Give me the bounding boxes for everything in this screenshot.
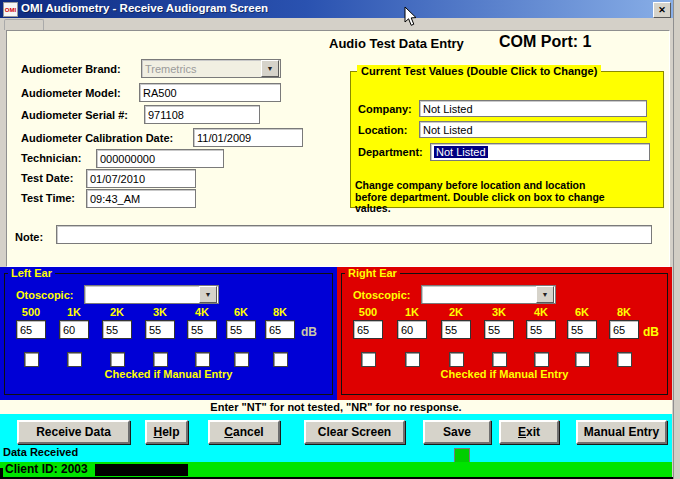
button-label: E [518, 425, 526, 439]
save-button[interactable]: Save [423, 420, 491, 444]
button-label: ancel [233, 425, 264, 439]
page-title: Audio Test Data Entry [329, 36, 464, 51]
change-order-hint: Change company before location and locat… [355, 180, 617, 215]
button-label: Clear Screen [318, 425, 391, 439]
right-db-input-2k[interactable]: 55 [441, 320, 471, 339]
audiometer-serial-input[interactable]: 971108 [144, 105, 260, 124]
data-received-label: Data Received [3, 446, 78, 458]
right-manual-checkbox-1k[interactable] [405, 352, 420, 367]
left-freq-label-3k: 3K [145, 306, 175, 318]
left-db-input-8k[interactable]: 65 [265, 320, 295, 339]
com-port-label: COM Port: 1 [499, 33, 591, 51]
note-input[interactable] [56, 225, 652, 244]
nt-nr-instruction: Enter "NT" for not tested, "NR" for no r… [0, 400, 672, 414]
app-icon[interactable]: OMI [3, 2, 18, 17]
close-button[interactable]: ✕ [653, 2, 671, 18]
help-button[interactable]: Help [145, 420, 188, 444]
button-label: Receive Data [36, 425, 111, 439]
left-freq-label-6k: 6K [226, 306, 256, 318]
window: OMI OMI Audiometry - Receive Audiogram S… [0, 0, 680, 479]
left-db-input-3k[interactable]: 55 [145, 320, 175, 339]
right-manual-checkbox-4k[interactable] [534, 352, 549, 367]
note-label: Note: [15, 231, 43, 243]
right-db-input-6k[interactable]: 55 [567, 320, 597, 339]
left-freq-label-500: 500 [16, 306, 46, 318]
left-otoscopic-select[interactable]: ▼ [84, 285, 219, 304]
left-freq-label-4k: 4K [187, 306, 217, 318]
clear-screen-button[interactable]: Clear Screen [304, 420, 405, 444]
chevron-down-icon[interactable]: ▼ [199, 286, 217, 303]
right-manual-checkbox-6k[interactable] [575, 352, 590, 367]
right-db-input-1k[interactable]: 60 [397, 320, 427, 339]
right-manual-checkbox-500[interactable] [361, 352, 376, 367]
audiometer-brand-value: Tremetrics [142, 63, 261, 75]
left-db-input-500[interactable]: 65 [16, 320, 46, 339]
exit-button[interactable]: Exit [499, 420, 559, 444]
test-time-label: Test Time: [21, 192, 75, 204]
right-otoscopic-select[interactable]: ▼ [421, 285, 556, 304]
window-title: OMI Audiometry - Receive Audiogram Scree… [21, 2, 268, 14]
left-freq-label-2k: 2K [102, 306, 132, 318]
left-otoscopic-label: Otoscopic: [16, 289, 73, 301]
left-db-input-1k[interactable]: 60 [59, 320, 89, 339]
close-icon: ✕ [658, 5, 666, 15]
right-manual-checkbox-3k[interactable] [492, 352, 507, 367]
calibration-date-label: Audiometer Calibration Date: [21, 132, 173, 144]
right-ear-panel: Right Ear Otoscopic: ▼ 50065 1K60 2K55 3… [337, 267, 672, 400]
right-db-input-3k[interactable]: 55 [484, 320, 514, 339]
test-date-input[interactable]: 01/07/2010 [86, 169, 196, 188]
department-label: Department: [358, 146, 423, 158]
calibration-date-input[interactable]: 11/01/2009 [193, 128, 303, 147]
client-id-label: Client ID: 2003 [5, 462, 88, 477]
left-manual-checkbox-2k[interactable] [110, 352, 125, 367]
button-label: Save [443, 425, 471, 439]
right-freq-label-3k: 3K [484, 306, 514, 318]
client-id-redaction [95, 464, 188, 476]
right-db-input-4k[interactable]: 55 [526, 320, 556, 339]
left-manual-checkbox-500[interactable] [24, 352, 39, 367]
audiometer-model-input[interactable]: RA500 [139, 83, 281, 102]
manual-entry-button[interactable]: Manual Entry [576, 420, 667, 444]
main-panel: Audio Test Data Entry COM Port: 1 Audiom… [6, 30, 670, 267]
left-manual-checkbox-4k[interactable] [195, 352, 210, 367]
left-db-input-4k[interactable]: 55 [187, 320, 217, 339]
button-label: C [224, 425, 233, 439]
left-ear-title: Left Ear [8, 267, 55, 279]
window-artifact [4, 19, 44, 30]
right-manual-entry-label: Checked if Manual Entry [337, 368, 672, 380]
technician-input[interactable]: 000000000 [96, 149, 224, 168]
audiometer-brand-select: Tremetrics ▼ [141, 59, 281, 78]
department-selected-value: Not Listed [434, 146, 488, 158]
right-db-input-8k[interactable]: 65 [609, 320, 639, 339]
department-input[interactable]: Not Listed [430, 143, 650, 161]
left-manual-checkbox-1k[interactable] [67, 352, 82, 367]
right-freq-label-2k: 2K [441, 306, 471, 318]
button-label: H [153, 425, 162, 439]
company-label: Company: [358, 103, 412, 115]
bottom-left-mark [0, 468, 3, 478]
left-manual-checkbox-3k[interactable] [153, 352, 168, 367]
right-ear-title: Right Ear [345, 267, 400, 279]
right-db-input-500[interactable]: 65 [353, 320, 383, 339]
right-freq-label-500: 500 [353, 306, 383, 318]
right-otoscopic-label: Otoscopic: [353, 289, 410, 301]
chevron-down-icon[interactable]: ▼ [536, 286, 554, 303]
test-time-input[interactable]: 09:43_AM [86, 189, 196, 208]
audiometer-model-label: Audiometer Model: [21, 87, 121, 99]
receive-data-button[interactable]: Receive Data [17, 420, 130, 444]
left-manual-checkbox-6k[interactable] [234, 352, 249, 367]
current-test-values-title: Current Test Values (Double Click to Cha… [357, 65, 601, 77]
button-label: elp [162, 425, 179, 439]
audiometer-serial-label: Audiometer Serial #: [21, 109, 128, 121]
right-manual-checkbox-2k[interactable] [449, 352, 464, 367]
right-freq-label-6k: 6K [567, 306, 597, 318]
location-input[interactable]: Not Listed [419, 121, 647, 138]
cancel-button[interactable]: Cancel [208, 420, 280, 444]
left-manual-checkbox-8k[interactable] [273, 352, 288, 367]
technician-label: Technician: [21, 152, 81, 164]
left-db-input-2k[interactable]: 55 [102, 320, 132, 339]
right-manual-checkbox-8k[interactable] [617, 352, 632, 367]
company-input[interactable]: Not Listed [419, 100, 647, 117]
current-test-values-group: Current Test Values (Double Click to Cha… [350, 71, 664, 208]
left-db-input-6k[interactable]: 55 [226, 320, 256, 339]
